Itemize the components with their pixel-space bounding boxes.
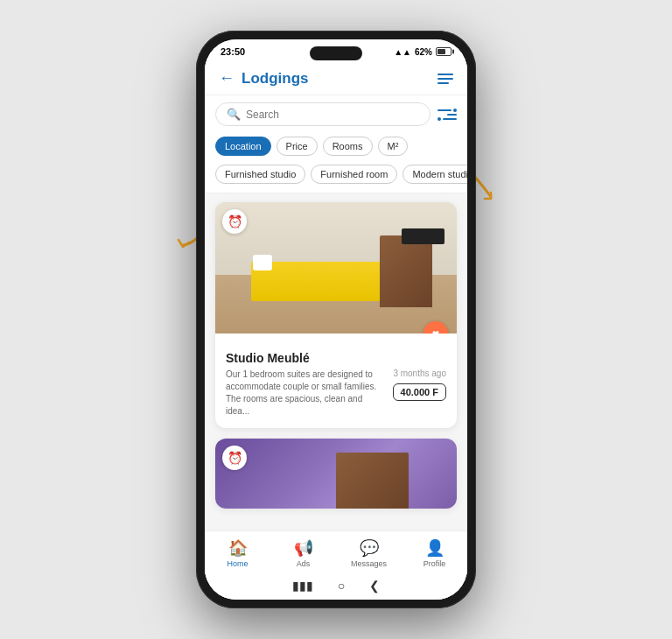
- search-input[interactable]: [246, 109, 419, 121]
- room-door: [380, 235, 433, 308]
- nav-messages[interactable]: 💬 Messages: [347, 538, 391, 568]
- android-recent-btn[interactable]: ▮▮▮: [292, 579, 313, 593]
- bottom-nav: 🏠 Home 📢 Ads 💬 Messages 👤 Profile: [205, 530, 467, 573]
- alarm-icon: ⏰: [228, 214, 242, 228]
- status-right: ▲▲ 62%: [394, 47, 452, 57]
- search-input-wrap[interactable]: 🔍: [215, 102, 430, 126]
- nav-home[interactable]: 🏠 Home: [216, 538, 260, 568]
- phone-frame: 23:50 ▲▲ 62% ← Lodgings: [196, 31, 476, 608]
- chip-location[interactable]: Location: [215, 137, 271, 156]
- nav-ads[interactable]: 📢 Ads: [282, 538, 326, 568]
- android-home-btn[interactable]: ○: [338, 579, 345, 593]
- phone-screen: 23:50 ▲▲ 62% ← Lodgings: [205, 39, 467, 600]
- page-title: Lodgings: [242, 70, 308, 88]
- profile-icon: 👤: [425, 538, 444, 558]
- listing-card-2[interactable]: ⏰: [215, 439, 457, 509]
- android-nav-bar: ▮▮▮ ○ ❮: [205, 573, 467, 600]
- card-body-1: Studio Meublé Our 1 bedroom suites are d…: [215, 334, 457, 428]
- menu-line-2: [438, 78, 453, 80]
- listing-card-1[interactable]: ⏰ ♥ Studio Meublé Our 1 bedroom suites a…: [215, 202, 457, 428]
- chip-furnished-room[interactable]: Furnished room: [311, 165, 397, 184]
- ads-icon: 📢: [294, 538, 313, 558]
- filter-chips-row: Location Price Rooms M²: [205, 133, 467, 163]
- nav-ads-label: Ads: [297, 559, 311, 568]
- card-time-1: 3 months ago: [393, 369, 446, 378]
- messages-icon: 💬: [360, 538, 379, 558]
- chip-m2[interactable]: M²: [378, 137, 409, 156]
- chip-rooms[interactable]: Rooms: [323, 137, 373, 156]
- search-bar-row: 🔍: [205, 95, 467, 133]
- chip-price[interactable]: Price: [276, 137, 318, 156]
- card-title-1: Studio Meublé: [226, 351, 446, 365]
- room-visual: [215, 202, 457, 334]
- alarm-badge: ⏰: [222, 209, 247, 234]
- header-left: ← Lodgings: [219, 69, 308, 88]
- filter-button[interactable]: [438, 109, 457, 121]
- alarm-badge-2: ⏰: [222, 446, 247, 470]
- home-icon: 🏠: [228, 538, 248, 558]
- chip-modern-studio[interactable]: Modern studio: [402, 165, 467, 184]
- heart-icon: ♥: [432, 327, 439, 334]
- room-bed: [251, 262, 384, 301]
- card2-door: [336, 453, 409, 509]
- battery-icon: [436, 47, 452, 56]
- card-desc-1: Our 1 bedroom suites are designed to acc…: [226, 369, 386, 418]
- listing-card-2-image: ⏰: [215, 439, 457, 509]
- card-right-1: 3 months ago 40.000 F: [393, 369, 446, 401]
- room-bed-pillow: [253, 255, 272, 270]
- nav-profile-label: Profile: [424, 559, 446, 568]
- nav-messages-label: Messages: [351, 559, 387, 568]
- notch: [310, 46, 362, 60]
- android-back-btn[interactable]: ❮: [369, 579, 380, 593]
- chip-furnished-studio[interactable]: Furnished studio: [215, 165, 305, 184]
- app-content: ← Lodgings 🔍: [205, 60, 467, 600]
- back-button[interactable]: ←: [219, 69, 234, 88]
- menu-line-3: [438, 82, 449, 84]
- room-tv: [402, 228, 445, 244]
- price-badge-1: 40.000 F: [393, 383, 446, 401]
- listings-scroll-area[interactable]: ⏰ ♥ Studio Meublé Our 1 bedroom suites a…: [205, 193, 467, 530]
- listing-card-1-image: ⏰ ♥: [215, 202, 457, 334]
- battery-percent: 62%: [415, 47, 432, 57]
- signal-icon: ▲▲: [394, 47, 411, 57]
- status-time: 23:50: [220, 46, 245, 57]
- app-header: ← Lodgings: [205, 60, 467, 95]
- search-icon: 🔍: [227, 108, 241, 121]
- card-bottom-1: Our 1 bedroom suites are designed to acc…: [226, 369, 446, 418]
- type-chips-row: Furnished studio Furnished room Modern s…: [205, 163, 467, 193]
- menu-line-1: [438, 74, 453, 75]
- nav-profile[interactable]: 👤 Profile: [413, 538, 457, 568]
- menu-button[interactable]: [438, 74, 453, 84]
- nav-home-label: Home: [227, 559, 248, 568]
- filter-icon: [438, 109, 457, 121]
- alarm-icon-2: ⏰: [228, 451, 242, 465]
